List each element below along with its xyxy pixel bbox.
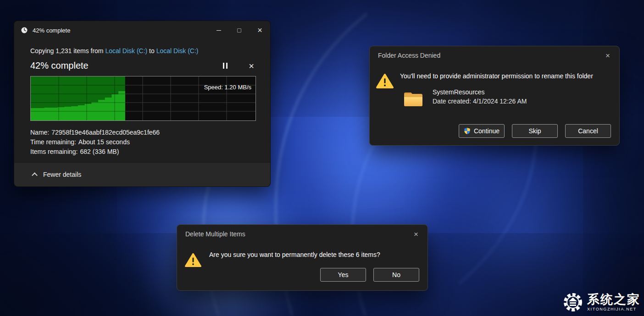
access-dialog-buttons: Continue Skip Cancel bbox=[459, 124, 611, 138]
pause-button[interactable] bbox=[222, 62, 228, 70]
xitongzhijia-logo-icon bbox=[563, 292, 583, 312]
copy-window-title: 42% complete bbox=[33, 27, 208, 34]
delete-confirm-message: Are you sure you want to permanently del… bbox=[209, 251, 380, 258]
watermark-site-name: 系统之家 bbox=[587, 293, 640, 307]
no-button[interactable]: No bbox=[373, 268, 419, 282]
minimize-button[interactable] bbox=[208, 21, 229, 39]
detail-items-remaining: Items remaining:682 (336 MB) bbox=[30, 147, 255, 157]
folder-name: SystemResources bbox=[433, 88, 485, 96]
close-button[interactable]: × bbox=[250, 21, 270, 39]
copy-summary-connector: to bbox=[149, 47, 155, 54]
close-icon: × bbox=[257, 26, 262, 35]
copy-summary-prefix: Copying 1,231 items from bbox=[30, 47, 104, 54]
date-created: Date created: 4/1/2024 12:26 AM bbox=[433, 98, 527, 105]
detail-value: About 15 seconds bbox=[78, 138, 130, 146]
delete-multiple-items-dialog: Delete Multiple Items × Are you sure you… bbox=[177, 224, 428, 291]
copy-summary: Copying 1,231 items from Local Disk (C:)… bbox=[30, 47, 255, 54]
maximize-button[interactable] bbox=[229, 21, 250, 39]
access-dialog-title: Folder Access Denied bbox=[378, 52, 440, 59]
pause-icon bbox=[226, 63, 228, 69]
xitongzhijia-watermark: 系统之家 XITONGZHIJIA.NET bbox=[563, 292, 640, 312]
warning-icon bbox=[185, 252, 201, 270]
file-operation-clock-icon bbox=[21, 27, 28, 34]
yes-label: Yes bbox=[338, 271, 349, 278]
delete-dialog-buttons: Yes No bbox=[320, 268, 419, 282]
destination-disk-link[interactable]: Local Disk (C:) bbox=[156, 47, 199, 54]
chevron-up-icon bbox=[32, 172, 38, 178]
cancel-label: Cancel bbox=[578, 127, 598, 135]
warning-icon bbox=[376, 73, 394, 91]
detail-label: Time remaining: bbox=[30, 138, 76, 146]
detail-value: 72958f19e46aabf182ecd05ea9c1fe66 bbox=[51, 129, 160, 136]
skip-label: Skip bbox=[528, 127, 541, 135]
access-denied-message: You'll need to provide administrator per… bbox=[400, 72, 593, 80]
detail-name: Name:72958f19e46aabf182ecd05ea9c1fe66 bbox=[30, 128, 255, 137]
skip-button[interactable]: Skip bbox=[512, 124, 558, 138]
watermark-text: 系统之家 XITONGZHIJIA.NET bbox=[587, 293, 640, 312]
maximize-icon bbox=[237, 28, 241, 33]
close-icon[interactable]: × bbox=[411, 229, 421, 240]
close-icon[interactable]: × bbox=[603, 50, 612, 61]
pause-icon bbox=[223, 63, 224, 69]
progress-percent-heading: 42% complete bbox=[30, 60, 222, 71]
uac-shield-icon bbox=[464, 127, 471, 135]
access-dialog-titlebar[interactable]: Folder Access Denied × bbox=[370, 46, 619, 65]
transfer-details: Name:72958f19e46aabf182ecd05ea9c1fe66 Ti… bbox=[30, 128, 255, 157]
detail-label: Name: bbox=[30, 129, 49, 136]
delete-dialog-title: Delete Multiple Items bbox=[185, 230, 245, 238]
minimize-icon bbox=[217, 30, 221, 31]
window-controls: × bbox=[208, 21, 270, 39]
yes-button[interactable]: Yes bbox=[320, 268, 366, 282]
folder-icon bbox=[403, 91, 423, 109]
detail-value: 682 (336 MB) bbox=[80, 148, 119, 155]
cancel-button[interactable]: Cancel bbox=[565, 124, 611, 138]
continue-label: Continue bbox=[474, 127, 500, 135]
folder-access-denied-dialog: Folder Access Denied × You'll need to pr… bbox=[369, 46, 620, 146]
progress-row: 42% complete × bbox=[30, 60, 255, 71]
copy-dialog-body: Copying 1,231 items from Local Disk (C:)… bbox=[14, 47, 270, 157]
cancel-copy-button[interactable]: × bbox=[249, 61, 254, 71]
copy-progress-window: 42% complete × Copying 1,231 items from … bbox=[14, 21, 271, 187]
delete-dialog-titlebar[interactable]: Delete Multiple Items × bbox=[177, 225, 427, 243]
detail-time-remaining: Time remaining:About 15 seconds bbox=[30, 137, 255, 147]
watermark-site-domain: XITONGZHIJIA.NET bbox=[587, 307, 640, 311]
copy-titlebar[interactable]: 42% complete × bbox=[14, 21, 270, 39]
no-label: No bbox=[392, 271, 400, 278]
fewer-details-label: Fewer details bbox=[43, 171, 81, 178]
continue-button[interactable]: Continue bbox=[459, 124, 505, 138]
source-disk-link[interactable]: Local Disk (C:) bbox=[105, 47, 147, 54]
fewer-details-toggle[interactable]: Fewer details bbox=[14, 162, 270, 186]
detail-label: Items remaining: bbox=[30, 148, 78, 155]
speed-label: Speed: 1.20 MB/s bbox=[204, 84, 251, 91]
speed-chart: Speed: 1.20 MB/s bbox=[30, 76, 256, 121]
